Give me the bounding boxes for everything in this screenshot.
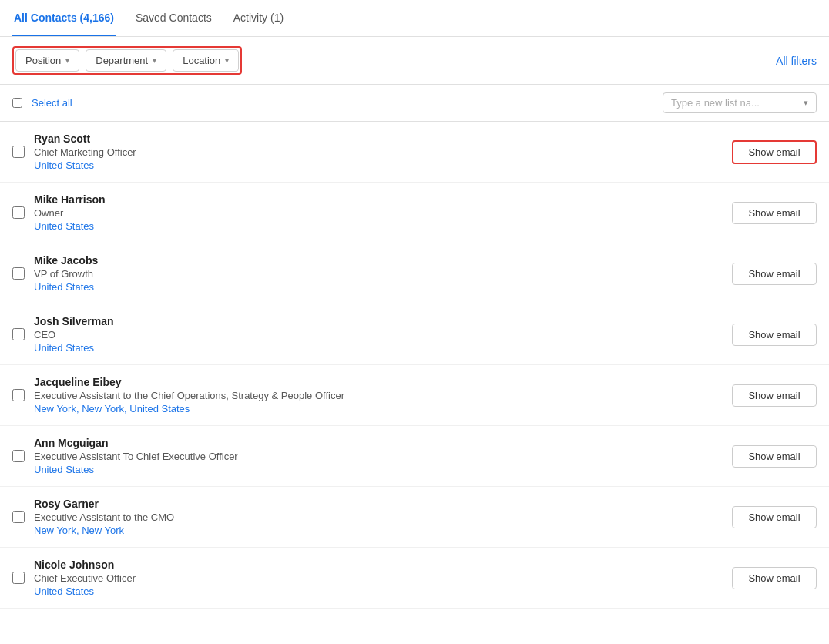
contact-row: Josh Silverman CEO United States Show em… (0, 304, 829, 365)
contact-name-7: Rosy Garner (34, 498, 723, 510)
contact-location-5: New York, New York, United States (34, 403, 723, 414)
location-filter-btn[interactable]: Location ▾ (173, 49, 239, 72)
contact-checkbox-2[interactable] (12, 206, 25, 219)
contact-info-8: Nicole Johnson Chief Executive Officer U… (34, 558, 723, 597)
show-email-btn-3[interactable]: Show email (732, 263, 817, 285)
contact-info-7: Rosy Garner Executive Assistant to the C… (34, 498, 723, 536)
list-name-input[interactable]: Type a new list na... ▾ (663, 92, 817, 113)
position-filter-btn[interactable]: Position ▾ (15, 49, 79, 72)
contact-row: Ann Mcguigan Executive Assistant To Chie… (0, 426, 829, 487)
contact-checkbox-5[interactable] (12, 389, 25, 401)
contact-row: Nicole Johnson Chief Executive Officer U… (0, 548, 829, 609)
show-email-btn-8[interactable]: Show email (732, 567, 817, 589)
contact-row: Mike Harrison Owner United States Show e… (0, 183, 829, 243)
contact-name-1: Ryan Scott (34, 132, 723, 145)
tab-all-contacts[interactable]: All Contacts (4,166) (12, 1, 116, 36)
list-header: Select all Type a new list na... ▾ (0, 85, 829, 122)
contact-info-5: Jacqueline Eibey Executive Assistant to … (34, 376, 723, 414)
contact-name-8: Nicole Johnson (34, 558, 723, 571)
contact-title-4: CEO (34, 329, 723, 340)
contact-info-2: Mike Harrison Owner United States (34, 193, 723, 232)
show-email-btn-6[interactable]: Show email (732, 445, 817, 468)
contact-checkbox-4[interactable] (12, 328, 25, 340)
position-filter-label: Position (25, 55, 61, 66)
contact-location-6: United States (34, 464, 723, 475)
department-chevron-icon: ▾ (153, 56, 156, 65)
select-all-checkbox[interactable] (12, 98, 22, 108)
contact-title-5: Executive Assistant to the Chief Operati… (34, 390, 723, 401)
show-email-btn-1[interactable]: Show email (732, 140, 817, 164)
contact-name-2: Mike Harrison (34, 193, 723, 206)
contact-name-6: Ann Mcguigan (34, 437, 723, 449)
contact-name-5: Jacqueline Eibey (34, 376, 723, 388)
contact-info-1: Ryan Scott Chief Marketing Officer Unite… (34, 132, 723, 171)
location-filter-label: Location (183, 55, 220, 66)
contact-checkbox-3[interactable] (12, 267, 25, 280)
show-email-btn-4[interactable]: Show email (732, 324, 817, 346)
contact-title-1: Chief Marketing Officer (34, 146, 723, 158)
contact-location-1: United States (34, 159, 723, 171)
filter-bar: Position ▾ Department ▾ Location ▾ All f… (0, 37, 829, 85)
contact-info-3: Mike Jacobs VP of Growth United States (34, 254, 723, 293)
contact-checkbox-1[interactable] (12, 146, 25, 158)
show-email-btn-2[interactable]: Show email (732, 202, 817, 224)
contact-title-6: Executive Assistant To Chief Executive O… (34, 451, 723, 462)
contact-checkbox-7[interactable] (12, 511, 25, 523)
select-all-label[interactable]: Select all (32, 97, 72, 109)
contact-row: Ryan Scott Chief Marketing Officer Unite… (0, 122, 829, 183)
contact-info-6: Ann Mcguigan Executive Assistant To Chie… (34, 437, 723, 475)
contact-location-7: New York, New York (34, 525, 723, 536)
contact-row: Rosy Garner Executive Assistant to the C… (0, 487, 829, 548)
list-name-chevron-icon: ▾ (804, 98, 808, 108)
contact-checkbox-6[interactable] (12, 450, 25, 462)
contact-location-4: United States (34, 342, 723, 354)
contact-location-2: United States (34, 220, 723, 232)
all-filters-btn[interactable]: All filters (776, 55, 817, 67)
filter-group: Position ▾ Department ▾ Location ▾ (12, 46, 242, 75)
show-email-btn-5[interactable]: Show email (732, 384, 817, 407)
contact-list: Ryan Scott Chief Marketing Officer Unite… (0, 122, 829, 609)
contact-title-7: Executive Assistant to the CMO (34, 512, 723, 523)
tab-activity[interactable]: Activity (1) (232, 1, 285, 36)
list-name-placeholder: Type a new list na... (671, 97, 799, 109)
department-filter-btn[interactable]: Department ▾ (86, 49, 166, 72)
position-chevron-icon: ▾ (65, 56, 69, 65)
contact-location-8: United States (34, 585, 723, 597)
contact-checkbox-8[interactable] (12, 572, 25, 584)
contact-title-8: Chief Executive Officer (34, 572, 723, 584)
contact-row: Mike Jacobs VP of Growth United States S… (0, 243, 829, 304)
department-filter-label: Department (96, 55, 148, 66)
tabs-bar: All Contacts (4,166)Saved ContactsActivi… (0, 0, 829, 37)
contact-title-2: Owner (34, 207, 723, 219)
location-chevron-icon: ▾ (225, 56, 229, 65)
contact-title-3: VP of Growth (34, 268, 723, 280)
tab-saved-contacts[interactable]: Saved Contacts (134, 1, 213, 36)
page-container: All Contacts (4,166)Saved ContactsActivi… (0, 0, 829, 609)
contact-row: Jacqueline Eibey Executive Assistant to … (0, 365, 829, 426)
contact-location-3: United States (34, 281, 723, 293)
contact-name-4: Josh Silverman (34, 315, 723, 327)
contact-info-4: Josh Silverman CEO United States (34, 315, 723, 354)
contact-name-3: Mike Jacobs (34, 254, 723, 267)
show-email-btn-7[interactable]: Show email (732, 506, 817, 528)
